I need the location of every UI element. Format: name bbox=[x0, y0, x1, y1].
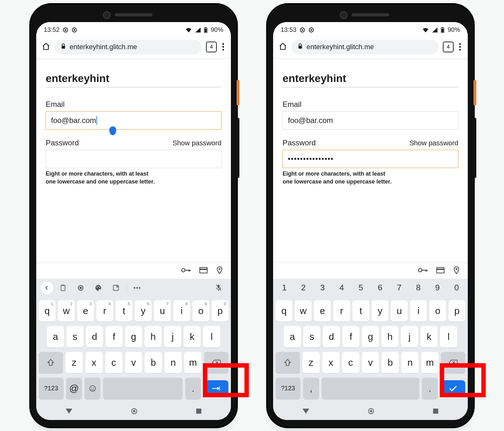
key-w[interactable]: w bbox=[295, 300, 312, 322]
key-s[interactable]: s bbox=[303, 326, 320, 347]
key-0[interactable]: 0 bbox=[447, 279, 466, 297]
key-x[interactable]: x bbox=[85, 352, 103, 373]
volume-button[interactable] bbox=[473, 118, 476, 178]
password-input[interactable]: ••••••••••••••• bbox=[283, 150, 458, 168]
comma-key[interactable]: , bbox=[303, 378, 319, 399]
key-n[interactable]: n bbox=[164, 352, 182, 373]
key-n[interactable]: n bbox=[401, 352, 419, 373]
key-z[interactable]: z bbox=[66, 352, 83, 373]
key-v[interactable]: v bbox=[125, 352, 142, 373]
key-a[interactable]: a bbox=[47, 326, 64, 347]
key-t[interactable]: t bbox=[352, 300, 369, 322]
card-icon[interactable] bbox=[199, 267, 208, 275]
key-a[interactable]: a bbox=[284, 326, 301, 347]
sticker-icon[interactable] bbox=[108, 281, 124, 295]
key-b[interactable]: b bbox=[381, 352, 399, 373]
key-c[interactable]: c bbox=[342, 352, 359, 373]
more-icon[interactable] bbox=[129, 281, 145, 295]
key-1[interactable]: 1 bbox=[275, 279, 294, 297]
emoji-key[interactable] bbox=[84, 378, 100, 399]
show-password-toggle[interactable]: Show password bbox=[173, 139, 221, 147]
key-y[interactable]: y bbox=[135, 300, 152, 322]
key-i[interactable]: i bbox=[173, 300, 190, 322]
key-m[interactable]: m bbox=[184, 352, 202, 373]
key-icon[interactable] bbox=[181, 267, 191, 274]
palette-icon[interactable] bbox=[90, 281, 106, 295]
key-o[interactable]: o bbox=[429, 300, 446, 322]
key-z[interactable]: z bbox=[302, 352, 320, 373]
key-m[interactable]: m bbox=[421, 352, 438, 373]
nav-home-icon[interactable] bbox=[368, 408, 375, 416]
key-icon[interactable] bbox=[418, 267, 427, 274]
volume-button[interactable] bbox=[237, 118, 239, 178]
key-g[interactable]: g bbox=[125, 326, 142, 347]
show-password-toggle[interactable]: Show password bbox=[410, 139, 458, 147]
backspace-key[interactable] bbox=[204, 352, 228, 373]
key-f[interactable]: f bbox=[106, 326, 123, 347]
key-8[interactable]: 8 bbox=[409, 279, 428, 297]
key-w[interactable]: w bbox=[58, 300, 75, 322]
power-button[interactable] bbox=[237, 80, 239, 105]
nav-home-icon[interactable] bbox=[131, 408, 138, 416]
key-s[interactable]: s bbox=[66, 326, 83, 347]
key-c[interactable]: c bbox=[105, 352, 123, 373]
password-input[interactable] bbox=[46, 150, 221, 168]
overflow-menu-icon[interactable] bbox=[458, 43, 462, 50]
overflow-menu-icon[interactable] bbox=[221, 43, 225, 50]
key-e[interactable]: e bbox=[314, 300, 331, 322]
key-j[interactable]: j bbox=[164, 326, 181, 347]
shift-key[interactable] bbox=[39, 352, 63, 373]
tab-switcher[interactable]: 4 bbox=[206, 42, 217, 52]
space-key[interactable] bbox=[103, 378, 183, 399]
key-r[interactable]: r bbox=[96, 300, 113, 322]
key-t[interactable]: t bbox=[116, 300, 132, 322]
key-b[interactable]: b bbox=[145, 352, 162, 373]
key-k[interactable]: k bbox=[421, 326, 438, 347]
key-k[interactable]: k bbox=[184, 326, 201, 347]
location-icon[interactable] bbox=[453, 266, 460, 275]
key-e[interactable]: e bbox=[77, 300, 94, 322]
nav-back-icon[interactable] bbox=[302, 409, 309, 415]
key-j[interactable]: j bbox=[401, 326, 418, 347]
key-l[interactable]: l bbox=[440, 326, 457, 347]
key-7[interactable]: 7 bbox=[390, 279, 409, 297]
enter-key-done[interactable] bbox=[440, 380, 465, 397]
key-i[interactable]: i bbox=[410, 300, 427, 322]
key-9[interactable]: 9 bbox=[428, 279, 447, 297]
at-key[interactable]: @ bbox=[66, 378, 82, 399]
mic-off-icon[interactable] bbox=[211, 281, 226, 295]
enter-key-next[interactable] bbox=[203, 380, 228, 397]
key-6[interactable]: 6 bbox=[371, 279, 389, 297]
key-q[interactable]: q bbox=[39, 300, 55, 322]
caret-handle-icon[interactable] bbox=[109, 126, 116, 135]
key-u[interactable]: u bbox=[154, 300, 171, 322]
home-icon[interactable] bbox=[279, 42, 287, 52]
key-r[interactable]: r bbox=[333, 300, 350, 322]
space-key[interactable] bbox=[322, 378, 419, 399]
period-key[interactable]: . bbox=[185, 378, 201, 399]
period-key[interactable]: . bbox=[422, 378, 438, 399]
key-f[interactable]: f bbox=[342, 326, 359, 347]
backspace-key[interactable] bbox=[441, 352, 465, 373]
shift-key[interactable] bbox=[276, 352, 300, 373]
key-p[interactable]: p bbox=[449, 300, 465, 322]
nav-recent-icon[interactable] bbox=[433, 408, 438, 415]
symbols-key[interactable]: ?123 bbox=[39, 378, 64, 399]
key-h[interactable]: h bbox=[381, 326, 398, 347]
omnibox[interactable]: enterkeyhint.glitch.me bbox=[54, 40, 202, 54]
key-u[interactable]: u bbox=[391, 300, 408, 322]
key-v[interactable]: v bbox=[362, 352, 379, 373]
card-icon[interactable] bbox=[436, 267, 444, 275]
key-5[interactable]: 5 bbox=[352, 279, 370, 297]
clipboard-icon[interactable] bbox=[55, 281, 71, 295]
key-l[interactable]: l bbox=[203, 326, 220, 347]
key-d[interactable]: d bbox=[86, 326, 103, 347]
nav-back-icon[interactable] bbox=[66, 409, 72, 415]
key-q[interactable]: q bbox=[276, 300, 292, 322]
power-button[interactable] bbox=[473, 80, 476, 105]
kbd-back-icon[interactable] bbox=[41, 282, 53, 294]
key-3[interactable]: 3 bbox=[313, 279, 332, 297]
tab-switcher[interactable]: 4 bbox=[443, 42, 454, 52]
key-y[interactable]: y bbox=[372, 300, 388, 322]
email-input[interactable]: foo@bar.com bbox=[283, 111, 458, 130]
